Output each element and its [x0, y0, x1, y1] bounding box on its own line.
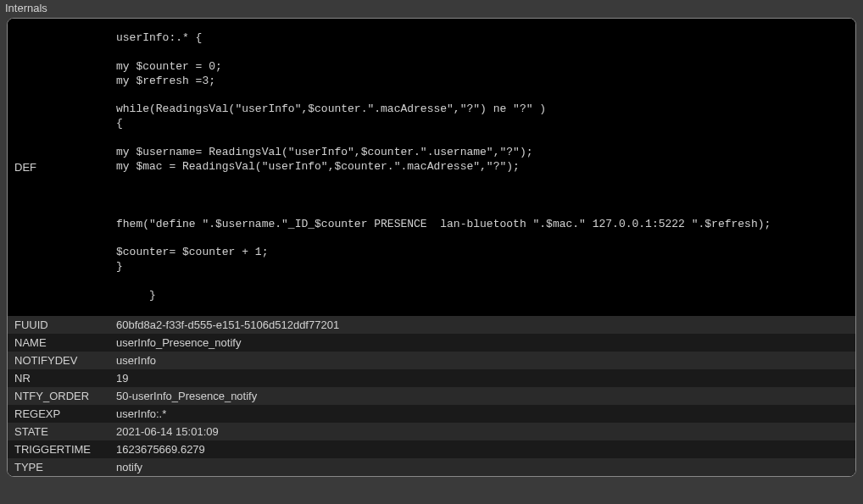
row-label: STATE — [8, 423, 109, 440]
table-row: NR 19 — [8, 369, 855, 387]
def-row: DEF userInfo:.* { my $counter = 0; my $r… — [8, 19, 855, 316]
row-value: 2021-06-14 15:01:09 — [109, 423, 855, 440]
def-label: DEF — [8, 19, 109, 316]
row-value: userInfo:.* — [109, 405, 855, 423]
table-row: REGEXP userInfo:.* — [8, 405, 855, 423]
row-value: userInfo — [109, 352, 855, 369]
table-row: TYPE notify — [8, 458, 855, 476]
table-row: NOTIFYDEV userInfo — [8, 352, 855, 369]
table-row: STATE 2021-06-14 15:01:09 — [8, 423, 855, 440]
row-label: TRIGGERTIME — [8, 440, 109, 458]
def-value: userInfo:.* { my $counter = 0; my $refre… — [109, 19, 855, 316]
row-label: FUUID — [8, 316, 109, 334]
row-label: NR — [8, 369, 109, 387]
row-label: NOTIFYDEV — [8, 352, 109, 369]
def-code: userInfo:.* { my $counter = 0; my $refre… — [116, 21, 849, 313]
row-label: NTFY_ORDER — [8, 387, 109, 405]
row-value: notify — [109, 458, 855, 476]
row-value: 19 — [109, 369, 855, 387]
table-row: FUUID 60bfd8a2-f33f-d555-e151-5106d512dd… — [8, 316, 855, 334]
section-title: Internals — [0, 0, 863, 16]
internals-table: DEF userInfo:.* { my $counter = 0; my $r… — [8, 19, 855, 476]
row-label: NAME — [8, 334, 109, 352]
table-row: NAME userInfo_Presence_notify — [8, 334, 855, 352]
table-row: NTFY_ORDER 50-userInfo_Presence_notify — [8, 387, 855, 405]
internals-container: DEF userInfo:.* { my $counter = 0; my $r… — [7, 18, 856, 477]
row-label: TYPE — [8, 458, 109, 476]
table-row: TRIGGERTIME 1623675669.6279 — [8, 440, 855, 458]
row-value: 60bfd8a2-f33f-d555-e151-5106d512ddf77201 — [109, 316, 855, 334]
row-value: 1623675669.6279 — [109, 440, 855, 458]
row-value: userInfo_Presence_notify — [109, 334, 855, 352]
row-label: REGEXP — [8, 405, 109, 423]
row-value: 50-userInfo_Presence_notify — [109, 387, 855, 405]
